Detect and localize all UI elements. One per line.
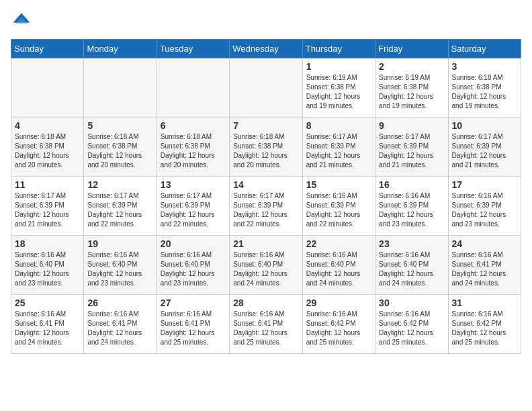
day-info: Sunrise: 6:17 AMSunset: 6:39 PMDaylight:… — [87, 191, 152, 229]
day-number: 24 — [452, 238, 517, 249]
day-number: 31 — [452, 298, 517, 308]
calendar-cell: 19Sunrise: 6:16 AMSunset: 6:40 PMDayligh… — [84, 236, 157, 295]
calendar-cell: 14Sunrise: 6:17 AMSunset: 6:39 PMDayligh… — [230, 177, 302, 236]
day-number: 15 — [306, 179, 371, 190]
day-number: 7 — [233, 120, 298, 131]
day-number: 10 — [452, 120, 517, 131]
calendar-cell: 23Sunrise: 6:16 AMSunset: 6:40 PMDayligh… — [375, 236, 448, 295]
day-number: 4 — [15, 120, 80, 131]
day-info: Sunrise: 6:16 AMSunset: 6:39 PMDaylight:… — [306, 191, 371, 229]
calendar-cell: 30Sunrise: 6:16 AMSunset: 6:42 PMDayligh… — [375, 295, 448, 354]
day-info: Sunrise: 6:17 AMSunset: 6:39 PMDaylight:… — [306, 132, 371, 170]
day-info: Sunrise: 6:16 AMSunset: 6:40 PMDaylight:… — [15, 250, 80, 288]
calendar-cell: 4Sunrise: 6:18 AMSunset: 6:38 PMDaylight… — [11, 118, 84, 177]
day-info: Sunrise: 6:18 AMSunset: 6:38 PMDaylight:… — [15, 132, 80, 170]
calendar-cell: 22Sunrise: 6:16 AMSunset: 6:40 PMDayligh… — [302, 236, 375, 295]
calendar-week-1: 1Sunrise: 6:19 AMSunset: 6:38 PMDaylight… — [11, 58, 521, 118]
calendar-cell: 17Sunrise: 6:16 AMSunset: 6:39 PMDayligh… — [448, 177, 521, 236]
calendar-cell: 16Sunrise: 6:16 AMSunset: 6:39 PMDayligh… — [375, 177, 448, 236]
calendar-week-5: 25Sunrise: 6:16 AMSunset: 6:41 PMDayligh… — [11, 295, 521, 354]
calendar-cell — [157, 58, 229, 118]
day-header-sunday: Sunday — [11, 40, 84, 58]
day-info: Sunrise: 6:18 AMSunset: 6:38 PMDaylight:… — [452, 73, 517, 111]
calendar-cell: 25Sunrise: 6:16 AMSunset: 6:41 PMDayligh… — [11, 295, 84, 354]
calendar-cell: 15Sunrise: 6:16 AMSunset: 6:39 PMDayligh… — [302, 177, 375, 236]
day-info: Sunrise: 6:17 AMSunset: 6:39 PMDaylight:… — [161, 191, 226, 229]
day-info: Sunrise: 6:16 AMSunset: 6:40 PMDaylight:… — [87, 250, 152, 288]
calendar-cell: 5Sunrise: 6:18 AMSunset: 6:38 PMDaylight… — [84, 118, 157, 177]
day-info: Sunrise: 6:16 AMSunset: 6:42 PMDaylight:… — [306, 310, 371, 347]
day-info: Sunrise: 6:16 AMSunset: 6:40 PMDaylight:… — [306, 250, 371, 288]
calendar-cell: 29Sunrise: 6:16 AMSunset: 6:42 PMDayligh… — [302, 295, 375, 354]
calendar-cell: 31Sunrise: 6:16 AMSunset: 6:42 PMDayligh… — [448, 295, 521, 354]
calendar-cell: 26Sunrise: 6:16 AMSunset: 6:41 PMDayligh… — [84, 295, 157, 354]
day-number: 12 — [87, 179, 152, 190]
day-info: Sunrise: 6:16 AMSunset: 6:40 PMDaylight:… — [161, 250, 226, 288]
day-header-monday: Monday — [84, 40, 157, 58]
day-info: Sunrise: 6:17 AMSunset: 6:39 PMDaylight:… — [233, 191, 298, 229]
logo — [11, 11, 35, 32]
day-number: 20 — [161, 238, 226, 249]
day-header-saturday: Saturday — [448, 40, 521, 58]
day-number: 23 — [379, 238, 444, 249]
day-header-thursday: Thursday — [302, 40, 375, 58]
day-number: 19 — [87, 238, 152, 249]
day-info: Sunrise: 6:16 AMSunset: 6:40 PMDaylight:… — [379, 250, 444, 288]
logo-icon — [11, 11, 32, 32]
day-info: Sunrise: 6:16 AMSunset: 6:41 PMDaylight:… — [161, 310, 226, 347]
day-info: Sunrise: 6:16 AMSunset: 6:40 PMDaylight:… — [233, 250, 298, 288]
calendar-cell: 11Sunrise: 6:17 AMSunset: 6:39 PMDayligh… — [11, 177, 84, 236]
calendar-week-4: 18Sunrise: 6:16 AMSunset: 6:40 PMDayligh… — [11, 236, 521, 295]
calendar-cell: 28Sunrise: 6:16 AMSunset: 6:41 PMDayligh… — [230, 295, 302, 354]
calendar-cell: 10Sunrise: 6:17 AMSunset: 6:39 PMDayligh… — [448, 118, 521, 177]
day-header-tuesday: Tuesday — [157, 40, 229, 58]
day-number: 2 — [379, 61, 444, 72]
day-info: Sunrise: 6:16 AMSunset: 6:41 PMDaylight:… — [452, 250, 517, 288]
calendar-cell: 13Sunrise: 6:17 AMSunset: 6:39 PMDayligh… — [157, 177, 229, 236]
day-number: 8 — [306, 120, 371, 131]
day-info: Sunrise: 6:16 AMSunset: 6:42 PMDaylight:… — [452, 310, 517, 347]
day-info: Sunrise: 6:16 AMSunset: 6:39 PMDaylight:… — [379, 191, 444, 229]
day-number: 9 — [379, 120, 444, 131]
day-number: 22 — [306, 238, 371, 249]
calendar-cell: 21Sunrise: 6:16 AMSunset: 6:40 PMDayligh… — [230, 236, 302, 295]
day-number: 21 — [233, 238, 298, 249]
calendar-cell: 27Sunrise: 6:16 AMSunset: 6:41 PMDayligh… — [157, 295, 229, 354]
day-info: Sunrise: 6:19 AMSunset: 6:38 PMDaylight:… — [379, 73, 444, 111]
day-info: Sunrise: 6:16 AMSunset: 6:39 PMDaylight:… — [452, 191, 517, 229]
day-number: 14 — [233, 179, 298, 190]
day-number: 28 — [233, 298, 298, 308]
calendar-cell: 3Sunrise: 6:18 AMSunset: 6:38 PMDaylight… — [448, 58, 521, 118]
calendar-table: SundayMondayTuesdayWednesdayThursdayFrid… — [11, 39, 521, 354]
day-number: 17 — [452, 179, 517, 190]
day-number: 27 — [161, 298, 226, 308]
calendar-cell: 6Sunrise: 6:18 AMSunset: 6:38 PMDaylight… — [157, 118, 229, 177]
day-number: 25 — [15, 298, 80, 308]
calendar-cell: 18Sunrise: 6:16 AMSunset: 6:40 PMDayligh… — [11, 236, 84, 295]
day-header-friday: Friday — [375, 40, 448, 58]
day-info: Sunrise: 6:17 AMSunset: 6:39 PMDaylight:… — [379, 132, 444, 170]
day-number: 18 — [15, 238, 80, 249]
day-info: Sunrise: 6:18 AMSunset: 6:38 PMDaylight:… — [233, 132, 298, 170]
day-number: 5 — [87, 120, 152, 131]
calendar-week-3: 11Sunrise: 6:17 AMSunset: 6:39 PMDayligh… — [11, 177, 521, 236]
day-header-wednesday: Wednesday — [230, 40, 302, 58]
calendar-header-row: SundayMondayTuesdayWednesdayThursdayFrid… — [11, 40, 521, 58]
day-info: Sunrise: 6:16 AMSunset: 6:42 PMDaylight:… — [379, 310, 444, 347]
calendar-cell: 7Sunrise: 6:18 AMSunset: 6:38 PMDaylight… — [230, 118, 302, 177]
day-number: 3 — [452, 61, 517, 72]
day-info: Sunrise: 6:18 AMSunset: 6:38 PMDaylight:… — [161, 132, 226, 170]
day-info: Sunrise: 6:17 AMSunset: 6:39 PMDaylight:… — [15, 191, 80, 229]
day-number: 6 — [161, 120, 226, 131]
calendar-cell — [230, 58, 302, 118]
day-number: 29 — [306, 298, 371, 308]
day-info: Sunrise: 6:17 AMSunset: 6:39 PMDaylight:… — [452, 132, 517, 170]
calendar-cell — [84, 58, 157, 118]
calendar-cell — [11, 58, 84, 118]
calendar-cell: 8Sunrise: 6:17 AMSunset: 6:39 PMDaylight… — [302, 118, 375, 177]
calendar-cell: 1Sunrise: 6:19 AMSunset: 6:38 PMDaylight… — [302, 58, 375, 118]
calendar-cell: 9Sunrise: 6:17 AMSunset: 6:39 PMDaylight… — [375, 118, 448, 177]
calendar-cell: 24Sunrise: 6:16 AMSunset: 6:41 PMDayligh… — [448, 236, 521, 295]
day-number: 30 — [379, 298, 444, 308]
day-number: 1 — [306, 61, 371, 72]
